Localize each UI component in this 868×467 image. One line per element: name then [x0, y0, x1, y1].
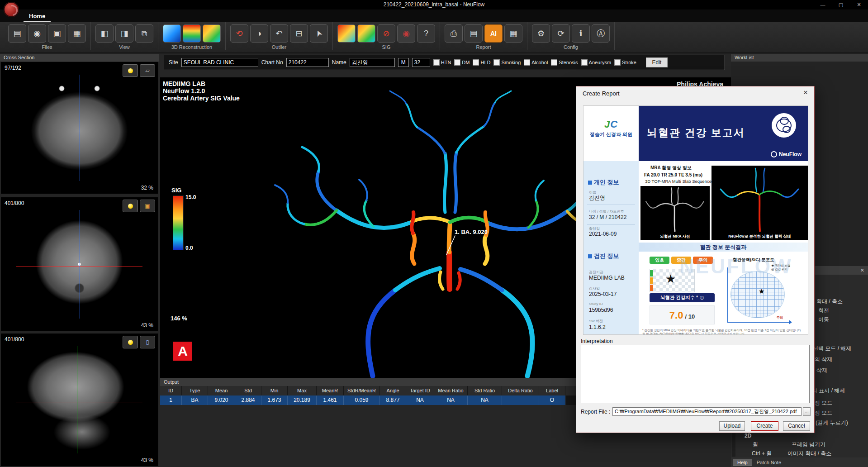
reset-icon[interactable]: ⟲ — [230, 24, 248, 43]
bulb-icon[interactable] — [123, 336, 138, 348]
age-input[interactable] — [412, 58, 430, 67]
toolbar: ▤ ◉ ▣ ▦ Files ◧ ◨ ⧉ View 3D Reconstructi… — [0, 22, 868, 53]
bulb-icon[interactable] — [123, 64, 138, 77]
view-coronal-icon[interactable]: ◨ — [115, 24, 133, 43]
brand-badge: A — [173, 342, 192, 361]
right-bottom-bar: Help Patch Note — [731, 457, 868, 467]
cursor-select-icon[interactable]: ➤ — [310, 24, 328, 43]
delete-icon[interactable]: ⊟ — [290, 24, 308, 43]
minimize-icon[interactable]: — — [814, 0, 832, 10]
name-input[interactable] — [350, 58, 395, 67]
dicom-stack-icon[interactable]: ▤ — [8, 24, 26, 43]
orientation-icon[interactable]: ▣ — [140, 200, 155, 212]
report-file-path-input[interactable] — [612, 407, 802, 416]
report-settings-icon[interactable]: ▦ — [504, 24, 522, 43]
app-logo-icon — [4, 2, 19, 17]
toolbar-group-sig: ⊘ ◉ ? SIG — [333, 22, 440, 50]
slice-indicator: 97/192 — [5, 65, 21, 71]
cell-std-ratio: NA — [468, 396, 502, 405]
contrast-icon[interactable]: ◑ — [250, 24, 268, 43]
bulb-icon[interactable] — [123, 200, 138, 212]
report-banner: 뇌혈관 건강 보고서 NeuFlow — [639, 106, 808, 161]
close-icon[interactable]: ✕ — [860, 267, 864, 273]
checkbox-dm[interactable] — [454, 59, 460, 66]
section-2d: 2D — [745, 433, 751, 439]
toolbar-label-sig: SIG — [337, 44, 435, 50]
shortcut-mode-b: 정 모드 — [815, 409, 832, 417]
close-icon[interactable]: ✕ — [802, 89, 810, 96]
site-label: Site — [169, 59, 178, 66]
vessel-reconstruction-icon[interactable] — [203, 24, 221, 43]
info-icon[interactable]: ℹ — [572, 24, 590, 43]
checkbox-hld[interactable] — [473, 59, 479, 66]
cancel-button[interactable]: Cancel — [783, 421, 810, 431]
sagittal-view[interactable]: 401/800 ▯ 43 % — [1, 334, 158, 466]
toolbar-label-recon: 3D Reconstruction — [163, 44, 221, 50]
view-layout-icon[interactable]: ⧉ — [135, 24, 153, 43]
slice-indicator: 401/800 — [5, 200, 24, 206]
sig-colorbar — [173, 195, 184, 250]
sig-point-icon[interactable]: ◉ — [397, 24, 415, 43]
about-icon[interactable]: Ⓐ — [592, 24, 610, 43]
checkbox-aneurysm[interactable] — [581, 59, 588, 66]
exam-date-label: 검사일 — [589, 286, 600, 291]
orientation-icon[interactable]: ▱ — [140, 64, 155, 77]
sig-vessel-icon[interactable] — [337, 24, 356, 43]
cell-angle: 8.877 — [380, 396, 406, 405]
window-title: 210422_20210609_intra_basal - NeuFlow — [0, 1, 868, 8]
checkbox-stenosis[interactable] — [551, 59, 557, 66]
flag-label-htn: HTN — [441, 60, 451, 65]
close-icon[interactable]: ✕ — [850, 0, 868, 10]
create-button[interactable]: Create — [751, 421, 778, 431]
tab-home[interactable]: Home — [24, 12, 51, 22]
coronal-view[interactable]: 401/800 ▣ 43 % — [1, 197, 158, 331]
person-icon — [588, 181, 592, 185]
ai-report-icon[interactable]: AI — [484, 24, 503, 43]
vessel-annotation[interactable]: 1. BA. 9.020 — [455, 229, 488, 235]
sig-help-icon[interactable]: ? — [417, 24, 435, 43]
undo-icon[interactable]: ↶ — [270, 24, 288, 43]
shortcut-rotate: 회전 — [818, 307, 829, 315]
view-axial-icon[interactable]: ◧ — [95, 24, 114, 43]
sig-min-label: 0.0 — [185, 245, 193, 251]
update-icon[interactable]: ⟳ — [552, 24, 570, 43]
gear-icon[interactable]: ⚙ — [532, 24, 550, 43]
exam-info-header: 검진 정보 — [588, 252, 619, 260]
browse-button[interactable]: ... — [803, 407, 811, 416]
name-label: Name — [332, 59, 346, 66]
vessel-color-map-icon[interactable] — [183, 24, 201, 43]
save-icon[interactable]: ▣ — [48, 24, 66, 43]
checkbox-smoking[interactable] — [493, 59, 500, 66]
report-document-icon[interactable]: ▤ — [465, 24, 483, 43]
shortcut-delete-b: 삭제 — [816, 367, 827, 374]
col-stdr-meanr: StdR/MeanR — [344, 386, 380, 396]
chart-input[interactable] — [286, 58, 329, 67]
axial-view[interactable]: 97/192 ▱ 32 % — [1, 62, 158, 194]
upload-button[interactable]: Upload — [719, 421, 745, 431]
analysis-section-header: 혈관 정보 분석결과 — [639, 243, 808, 252]
sig-off-icon[interactable]: ⊘ — [377, 24, 395, 43]
cell-delta-ratio — [502, 396, 539, 405]
checkbox-alcohol[interactable] — [524, 59, 530, 66]
report-title: 뇌혈관 건강 보고서 — [647, 126, 745, 140]
sig-scale-label: SIG — [171, 187, 181, 194]
print-icon[interactable]: ⎙ — [445, 24, 463, 43]
record-icon[interactable]: ◉ — [28, 24, 46, 43]
maximize-icon[interactable]: ▢ — [832, 0, 850, 10]
viewport-zoom-percent: 146 % — [171, 315, 187, 322]
site-input[interactable] — [181, 58, 258, 67]
checkbox-stroke[interactable] — [614, 59, 621, 66]
sig-measure-icon[interactable] — [357, 24, 375, 43]
sex-input[interactable] — [398, 58, 409, 67]
toolbar-group-view: ◧ ◨ ⧉ View — [91, 22, 158, 50]
interpretation-textarea[interactable] — [581, 345, 810, 403]
orientation-icon[interactable]: ▯ — [140, 336, 155, 348]
shortcut-long-press: 정 (길게 누르기) — [809, 419, 848, 427]
patch-note-link[interactable]: Patch Note — [757, 460, 781, 465]
save-as-icon[interactable]: ▦ — [68, 24, 86, 43]
checkbox-htn[interactable] — [433, 59, 440, 66]
vessel-view-icon[interactable] — [163, 24, 181, 43]
help-button[interactable]: Help — [733, 459, 752, 466]
flag-label-stenosis: Stenosis — [559, 60, 578, 65]
edit-button[interactable]: Edit — [646, 57, 668, 67]
